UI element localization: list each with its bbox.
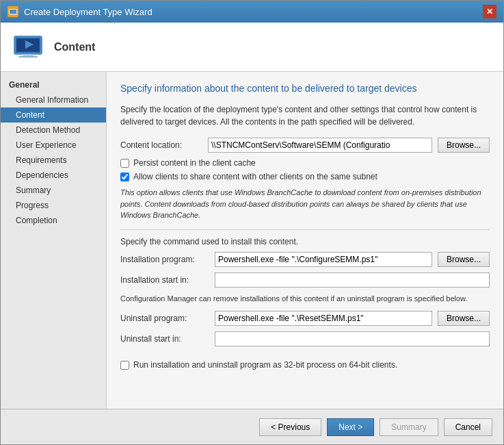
svg-rect-8 — [18, 56, 38, 58]
uninstall-program-row: Uninstall program: Browse... — [120, 311, 490, 326]
allow-share-checkbox[interactable] — [120, 173, 129, 181]
sidebar-section-general: General — [1, 77, 106, 92]
section-divider-1 — [120, 229, 490, 230]
wizard-window: Create Deployment Type Wizard ✕ Content … — [0, 0, 504, 445]
uninstall-start-input[interactable] — [215, 331, 490, 346]
uninstall-program-input[interactable] — [215, 311, 432, 326]
header-title: Content — [54, 41, 95, 53]
run-32bit-label: Run installation and uninstall program a… — [133, 360, 397, 370]
previous-button[interactable]: < Previous — [259, 418, 321, 436]
header-icon — [12, 31, 44, 64]
installation-program-row: Installation program: Browse... — [120, 252, 490, 267]
run-32bit-checkbox[interactable] — [120, 361, 129, 370]
content-location-row: Content location: Browse... — [120, 138, 490, 153]
installation-start-input[interactable] — [215, 272, 490, 288]
content-location-label: Content location: — [120, 140, 202, 150]
next-button[interactable]: Next > — [327, 418, 374, 436]
allow-share-row: Allow clients to share content with othe… — [120, 172, 490, 181]
uninstall-start-row: Uninstall start in: — [120, 331, 490, 346]
sidebar-item-content[interactable]: Content — [1, 107, 106, 123]
sidebar-item-dependencies[interactable]: Dependencies — [1, 168, 106, 183]
svg-rect-7 — [23, 54, 34, 56]
main-content: General General Information Content Dete… — [1, 72, 503, 409]
content-location-browse-button[interactable]: Browse... — [438, 138, 490, 153]
run-32bit-row: Run installation and uninstall program a… — [120, 360, 490, 370]
persist-cache-row: Persist content in the client cache — [120, 158, 490, 168]
title-bar: Create Deployment Type Wizard ✕ — [1, 1, 503, 23]
uninstall-start-label: Uninstall start in: — [120, 334, 209, 344]
config-note: Configuration Manager can remove install… — [120, 293, 490, 305]
footer: < Previous Next > Summary Cancel — [1, 409, 503, 444]
window-title: Create Deployment Type Wizard — [24, 7, 152, 17]
installation-start-row: Installation start in: — [120, 272, 490, 288]
allow-share-label: Allow clients to share content with othe… — [133, 172, 377, 181]
close-button[interactable]: ✕ — [483, 5, 496, 18]
cancel-button[interactable]: Cancel — [444, 418, 492, 436]
installation-program-browse-button[interactable]: Browse... — [438, 252, 490, 267]
svg-rect-1 — [10, 10, 16, 14]
sidebar-item-completion[interactable]: Completion — [1, 213, 106, 228]
svg-rect-2 — [9, 14, 17, 15]
sidebar-item-detection-method[interactable]: Detection Method — [1, 123, 106, 138]
sidebar-item-requirements[interactable]: Requirements — [1, 153, 106, 168]
branch-cache-info: This option allows clients that use Wind… — [120, 187, 490, 221]
page-heading: Specify information about the content to… — [120, 83, 490, 94]
sidebar-item-summary[interactable]: Summary — [1, 183, 106, 198]
installation-program-input[interactable] — [215, 252, 432, 267]
installation-program-label: Installation program: — [120, 255, 209, 264]
persist-cache-label: Persist content in the client cache — [133, 158, 256, 168]
description: Specify the location of the deployment t… — [120, 103, 490, 128]
installation-start-label: Installation start in: — [120, 275, 209, 285]
summary-button[interactable]: Summary — [380, 418, 438, 436]
install-section-label: Specify the command used to install this… — [120, 237, 490, 246]
title-bar-left: Create Deployment Type Wizard — [8, 6, 152, 17]
sidebar: General General Information Content Dete… — [1, 72, 107, 409]
sidebar-item-progress[interactable]: Progress — [1, 198, 106, 213]
persist-cache-checkbox[interactable] — [120, 159, 129, 168]
window-icon — [8, 6, 18, 17]
header-bar: Content — [1, 23, 503, 72]
content-location-input[interactable] — [208, 138, 432, 153]
uninstall-program-label: Uninstall program: — [120, 314, 209, 323]
content-area: Specify information about the content to… — [107, 72, 503, 409]
sidebar-item-user-experience[interactable]: User Experience — [1, 138, 106, 153]
uninstall-program-browse-button[interactable]: Browse... — [438, 311, 490, 326]
sidebar-item-general-information[interactable]: General Information — [1, 92, 106, 107]
